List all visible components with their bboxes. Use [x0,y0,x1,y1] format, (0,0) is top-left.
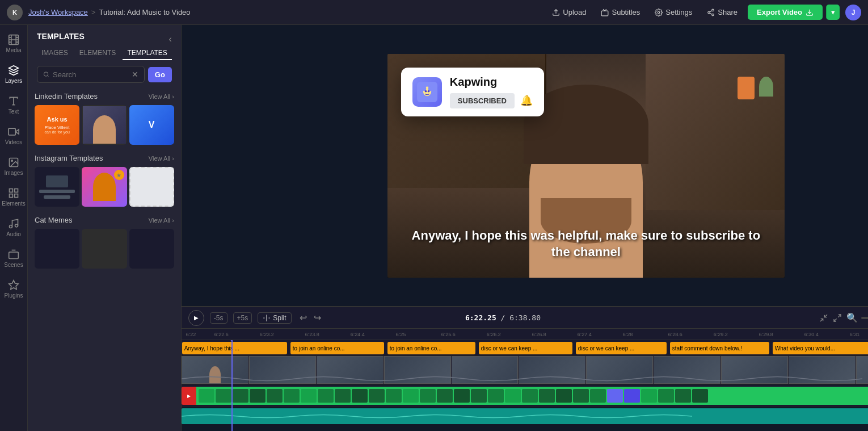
sidebar-item-media[interactable]: Media [0,30,27,58]
sidebar-item-images[interactable]: Images [0,152,27,181]
template-item[interactable] [35,167,79,207]
sidebar-text-label: Text [9,108,19,115]
sidebar-icons: Media Layers Text Videos Images Elements… [0,25,28,431]
ruler-mark: 6:26.8 [532,332,578,337]
export-icon [806,9,814,16]
export-button[interactable]: Export Video [748,5,823,20]
template-item[interactable] [129,229,174,269]
instagram-section-header: Instagram Templates View All › [35,154,174,162]
sidebar-item-audio[interactable]: Audio [0,214,27,242]
workspace-link[interactable]: Josh's Workspace [28,8,88,16]
subtitle-segment[interactable]: Anyway, I hope this ... [182,342,287,354]
search-input[interactable] [53,70,128,79]
template-item[interactable] [35,229,79,269]
split-button[interactable]: Split [258,312,291,324]
video-canvas: Kapwing SUBSCRIBED 🔔 Anyway, I hope this… [182,25,868,306]
search-clear-button[interactable]: ✕ [132,70,138,79]
video-track [182,356,868,384]
subtitles-button[interactable]: Subtitles [596,6,644,19]
notif-actions: SUBSCRIBED 🔔 [450,93,533,108]
split-label: Split [273,314,286,322]
share-button[interactable]: Share [702,6,742,19]
sidebar-scenes-label: Scenes [4,262,23,268]
cat-memes-view-all[interactable]: View All › [149,217,174,224]
play-button[interactable]: ▶ [188,310,204,326]
subtitle-segment[interactable]: to join an online co... [290,342,384,354]
zoom-out-icon[interactable]: 🔍 [846,312,858,323]
sidebar-item-text[interactable]: Text [0,91,27,119]
subtitles-label: Subtitles [612,8,640,16]
svg-point-21 [10,225,12,228]
sidebar-item-videos[interactable]: Videos [0,122,27,150]
svg-rect-20 [15,194,18,198]
svg-point-5 [712,14,714,16]
subtitle-segment[interactable]: What video you would... [773,342,868,354]
bell-icon[interactable]: 🔔 [520,94,533,107]
sidebar-item-elements[interactable]: Elements [0,183,27,211]
subtitle-track: Anyway, I hope this ... to join an onlin… [182,340,868,356]
export-dropdown-button[interactable]: ▾ [826,5,840,20]
tab-row: IMAGES ELEMENTS TEMPLATES [37,47,172,60]
notif-icon [412,77,442,107]
svg-rect-23 [9,252,19,259]
instagram-templates-section: Instagram Templates View All › ★ [35,154,174,207]
settings-button[interactable]: Settings [650,6,697,19]
svg-point-16 [11,160,12,162]
timeline-controls: ▶ -5s +5s Split ↩ ↪ 6:22.25 / 6:38.80 [182,307,868,329]
ruler-mark: 6:28 [623,332,668,337]
search-input-wrap: ✕ [37,66,145,83]
plus5-button[interactable]: +5s [233,312,252,324]
tab-templates[interactable]: TEMPLATES [123,47,171,60]
redo-button[interactable]: ↪ [311,311,323,324]
subscribed-button[interactable]: SUBSCRIBED [450,93,515,108]
subtitles-icon [601,9,609,16]
ruler-mark: 6:25 [396,332,441,337]
undo-button[interactable]: ↩ [297,311,309,324]
svg-point-2 [658,11,660,14]
notif-content: Kapwing SUBSCRIBED 🔔 [450,76,533,108]
sidebar-item-plugins[interactable]: Plugins [0,275,27,303]
sidebar-item-scenes[interactable]: Scenes [0,244,27,273]
svg-rect-19 [10,194,13,198]
user-avatar[interactable]: J [845,5,861,20]
subtitle-segment[interactable]: staff comment down below.! [670,342,769,354]
svg-line-35 [838,315,841,317]
instagram-view-all[interactable]: View All › [149,155,174,162]
linkedin-templates-section: Linkedin Templates View All › Ask us Pla… [35,92,174,145]
text-icon [8,95,19,107]
upload-button[interactable]: Upload [547,6,591,19]
sidebar-item-layers[interactable]: Layers [0,60,27,89]
ruler-mark: 6:30.4 [804,332,850,337]
tab-images[interactable]: IMAGES [37,47,73,60]
collapse-panel-button[interactable]: ‹ [169,34,172,44]
template-item[interactable]: ★ [82,167,127,207]
svg-line-25 [48,76,49,77]
svg-point-24 [44,72,48,76]
template-item[interactable]: V [129,105,174,145]
expand-icon [833,313,842,323]
sidebar-images-label: Images [5,170,23,176]
template-item[interactable] [82,105,127,145]
template-item[interactable] [82,229,127,269]
svg-point-3 [712,9,714,11]
cat-memes-grid [35,229,174,269]
tab-elements[interactable]: ELEMENTS [75,47,121,60]
zoom-slider[interactable] [861,317,868,319]
subtitle-segment[interactable]: disc or we can keep ... [479,342,572,354]
linkedin-view-all[interactable]: View All › [149,93,174,100]
template-item[interactable]: Ask us Place Villent can do for you [35,105,79,145]
minus5-button[interactable]: -5s [210,312,227,324]
linkedin-section-header: Linkedin Templates View All › [35,92,174,101]
template-item[interactable] [129,167,174,207]
upload-icon [552,9,560,16]
go-button[interactable]: Go [148,67,172,82]
subtitle-segment[interactable]: disc or we can keep ... [576,342,667,354]
sidebar-elements-label: Elements [2,200,26,207]
svg-marker-13 [15,129,19,134]
sidebar-plugins-label: Plugins [5,292,23,299]
ruler-mark: 6:23.8 [305,332,351,337]
plugins-icon [8,279,19,291]
audio-waveform [182,374,868,384]
subtitle-segment[interactable]: to join an online co... [387,342,475,354]
center-area: Kapwing SUBSCRIBED 🔔 Anyway, I hope this… [182,25,868,431]
